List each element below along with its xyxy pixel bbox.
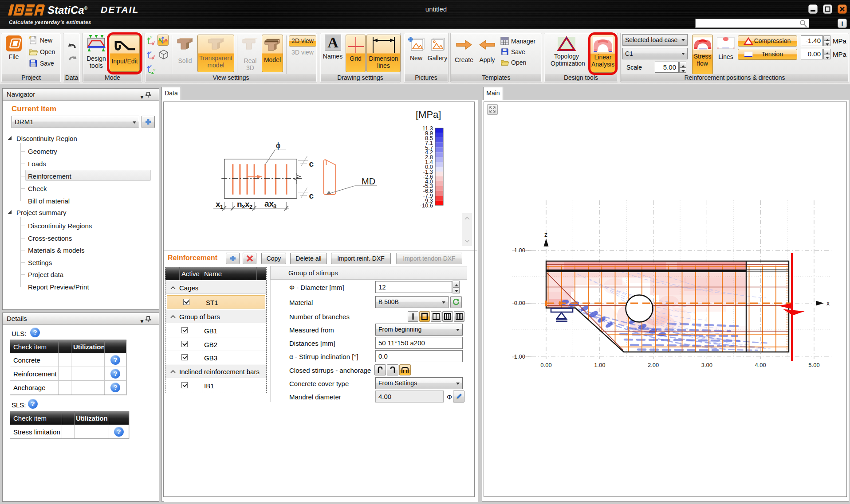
svg-text:-1.00: -1.00 [512,353,525,360]
svg-text:A: A [327,35,338,51]
svg-text:0.00: 0.00 [514,300,525,306]
svg-text:n: n [237,199,242,209]
svg-text:3.00: 3.00 [701,362,712,368]
svg-text:c: c [309,159,314,168]
svg-text:x: x [826,300,830,307]
svg-text:c: c [309,191,314,200]
svg-text:ax: ax [264,199,274,208]
svg-text:[MPa]: [MPa] [416,109,441,120]
svg-text:-10.6: -10.6 [420,202,433,209]
svg-text:x: x [153,40,155,43]
svg-text:3: 3 [273,203,276,210]
svg-text:Y: Y [153,69,156,72]
svg-text:x: x [153,54,155,57]
svg-text:5.00: 5.00 [808,362,819,368]
svg-text:z: z [150,50,152,53]
svg-text:1.00: 1.00 [594,362,605,368]
svg-text:ϕ: ϕ [276,141,280,150]
svg-text:2.00: 2.00 [648,362,659,368]
svg-text:z: z [544,231,547,238]
svg-text:0.00: 0.00 [540,362,551,368]
svg-text:Y: Y [150,36,153,39]
svg-text:z: z [150,64,152,67]
svg-text:1.00: 1.00 [514,247,525,254]
svg-text:2: 2 [249,203,252,210]
svg-text:4.00: 4.00 [755,362,766,368]
svg-text:1: 1 [220,203,223,210]
svg-text:MD: MD [362,176,375,186]
